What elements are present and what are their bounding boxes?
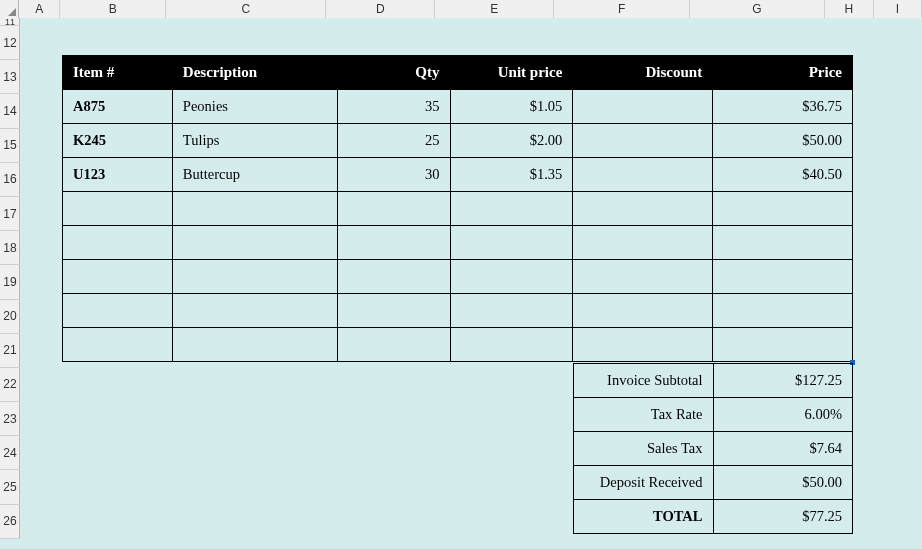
header-qty[interactable]: Qty (337, 56, 450, 90)
cell-unit-price[interactable] (450, 294, 573, 328)
cell-item[interactable]: A875 (63, 90, 173, 124)
spreadsheet: A B C D E F G H I 11 12 13 14 15 16 17 1… (0, 0, 922, 549)
cell-description[interactable] (172, 260, 337, 294)
table-row: A875 Peonies 35 $1.05 $36.75 (63, 90, 853, 124)
cell-item[interactable] (63, 294, 173, 328)
cell-discount[interactable] (573, 192, 713, 226)
summary-label[interactable]: Sales Tax (574, 432, 714, 466)
cell-description[interactable] (172, 192, 337, 226)
summary-label[interactable]: Invoice Subtotal (574, 364, 714, 398)
invoice-items-table: Item # Description Qty Unit price Discou… (62, 55, 853, 362)
header-discount[interactable]: Discount (573, 56, 713, 90)
row-header-12[interactable]: 12 (0, 26, 20, 60)
cell-item[interactable] (63, 226, 173, 260)
cell-discount[interactable] (573, 158, 713, 192)
cell-qty[interactable] (337, 192, 450, 226)
cell-item[interactable] (63, 192, 173, 226)
row-header-21[interactable]: 21 (0, 334, 20, 368)
col-header-B[interactable]: B (60, 0, 166, 18)
header-price[interactable]: Price (713, 56, 853, 90)
cell-price[interactable] (713, 260, 853, 294)
cell-description[interactable]: Peonies (172, 90, 337, 124)
cell-qty[interactable] (337, 226, 450, 260)
cell-description[interactable] (172, 226, 337, 260)
header-item[interactable]: Item # (63, 56, 173, 90)
cell-unit-price[interactable]: $1.35 (450, 158, 573, 192)
cell-description[interactable] (172, 328, 337, 362)
row-header-13[interactable]: 13 (0, 60, 20, 94)
col-header-H[interactable]: H (825, 0, 873, 18)
cell-item[interactable] (63, 260, 173, 294)
row-header-17[interactable]: 17 (0, 197, 20, 231)
cell-qty[interactable]: 25 (337, 124, 450, 158)
summary-label[interactable]: Tax Rate (574, 398, 714, 432)
cell-discount[interactable] (573, 328, 713, 362)
cell-unit-price[interactable] (450, 226, 573, 260)
summary-value[interactable]: $50.00 (713, 466, 852, 500)
col-header-I[interactable]: I (874, 0, 922, 18)
cell-price[interactable]: $50.00 (713, 124, 853, 158)
col-header-G[interactable]: G (690, 0, 825, 18)
cell-price[interactable]: $40.50 (713, 158, 853, 192)
cell-price[interactable] (713, 294, 853, 328)
cell-qty[interactable] (337, 294, 450, 328)
cell-discount[interactable] (573, 226, 713, 260)
row-header-11[interactable]: 11 (0, 18, 20, 26)
cell-item[interactable] (63, 328, 173, 362)
col-header-A[interactable]: A (19, 0, 60, 18)
summary-value[interactable]: $127.25 (713, 364, 852, 398)
cell-qty[interactable] (337, 328, 450, 362)
row-header-23[interactable]: 23 (0, 402, 20, 436)
col-header-D[interactable]: D (326, 0, 435, 18)
cell-price[interactable]: $36.75 (713, 90, 853, 124)
cell-description[interactable]: Tulips (172, 124, 337, 158)
row-header-19[interactable]: 19 (0, 265, 20, 299)
cell-discount[interactable] (573, 294, 713, 328)
row-header-14[interactable]: 14 (0, 94, 20, 128)
header-description[interactable]: Description (172, 56, 337, 90)
cell-unit-price[interactable]: $1.05 (450, 90, 573, 124)
col-header-E[interactable]: E (435, 0, 554, 18)
cell-discount[interactable] (573, 90, 713, 124)
row-header-16[interactable]: 16 (0, 163, 20, 197)
row-header-15[interactable]: 15 (0, 129, 20, 163)
cell-item[interactable]: K245 (63, 124, 173, 158)
cell-price[interactable] (713, 328, 853, 362)
summary-value[interactable]: $77.25 (713, 500, 852, 534)
table-row (63, 226, 853, 260)
summary-value[interactable]: 6.00% (713, 398, 852, 432)
summary-row-deposit: Deposit Received $50.00 (574, 466, 853, 500)
summary-label[interactable]: Deposit Received (574, 466, 714, 500)
col-header-C[interactable]: C (166, 0, 326, 18)
select-all-corner[interactable] (0, 0, 19, 18)
cell-qty[interactable] (337, 260, 450, 294)
cell-unit-price[interactable]: $2.00 (450, 124, 573, 158)
table-row (63, 328, 853, 362)
cell-price[interactable] (713, 192, 853, 226)
row-header-24[interactable]: 24 (0, 436, 20, 470)
summary-label[interactable]: TOTAL (574, 500, 714, 534)
row-header-18[interactable]: 18 (0, 231, 20, 265)
cell-description[interactable]: Buttercup (172, 158, 337, 192)
cell-grid[interactable]: Item # Description Qty Unit price Discou… (20, 18, 922, 549)
summary-value[interactable]: $7.64 (713, 432, 852, 466)
row-header-22[interactable]: 22 (0, 368, 20, 402)
col-header-F[interactable]: F (554, 0, 689, 18)
cell-discount[interactable] (573, 124, 713, 158)
table-row (63, 260, 853, 294)
row-header-26[interactable]: 26 (0, 505, 20, 539)
row-header-20[interactable]: 20 (0, 300, 20, 334)
cell-unit-price[interactable] (450, 328, 573, 362)
cell-qty[interactable]: 35 (337, 90, 450, 124)
cell-item[interactable]: U123 (63, 158, 173, 192)
row-header-25[interactable]: 25 (0, 470, 20, 504)
cell-discount[interactable] (573, 260, 713, 294)
cell-qty[interactable]: 30 (337, 158, 450, 192)
cell-description[interactable] (172, 294, 337, 328)
invoice-summary-table: Invoice Subtotal $127.25 Tax Rate 6.00% … (573, 363, 853, 534)
table-row: K245 Tulips 25 $2.00 $50.00 (63, 124, 853, 158)
cell-unit-price[interactable] (450, 260, 573, 294)
cell-price[interactable] (713, 226, 853, 260)
cell-unit-price[interactable] (450, 192, 573, 226)
header-unit-price[interactable]: Unit price (450, 56, 573, 90)
